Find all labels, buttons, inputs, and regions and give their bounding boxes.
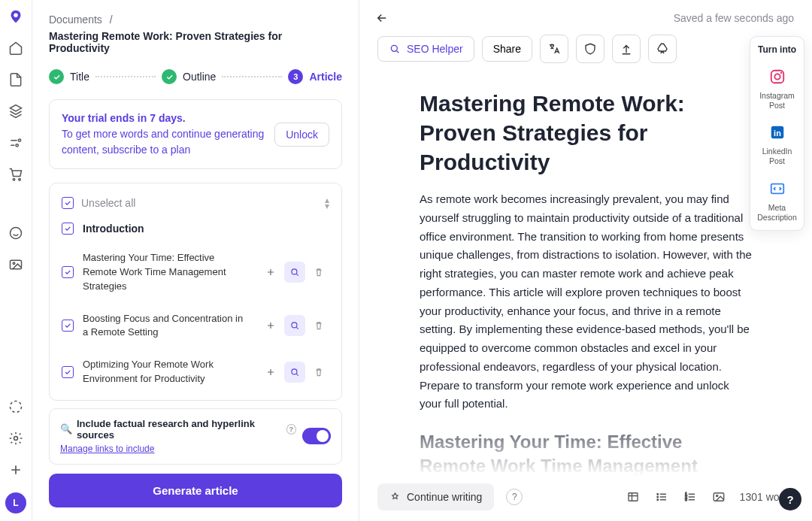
image-icon[interactable] — [7, 256, 25, 274]
unselect-all-row[interactable]: Unselect all ▴▾ — [50, 191, 341, 215]
image-insert-icon[interactable] — [711, 489, 726, 504]
turn-into-instagram[interactable]: Instagram Post — [753, 65, 801, 111]
breadcrumb-root[interactable]: Documents — [49, 14, 102, 26]
plus-icon[interactable] — [7, 461, 25, 479]
home-icon[interactable] — [7, 39, 25, 57]
svg-point-11 — [292, 323, 297, 328]
delete-icon[interactable] — [308, 362, 329, 383]
editor-toolbar: SEO Helper Share — [359, 35, 812, 74]
logo-icon[interactable] — [7, 8, 25, 26]
search-icon[interactable] — [284, 262, 305, 283]
shield-icon[interactable] — [576, 35, 604, 63]
generate-article-button[interactable]: Generate article — [49, 474, 342, 507]
add-icon[interactable] — [260, 315, 281, 336]
trial-subtext: To get more words and continue generatin… — [62, 126, 265, 158]
svg-point-10 — [292, 269, 297, 274]
gear-icon[interactable] — [7, 429, 25, 447]
avatar[interactable]: L — [5, 492, 26, 513]
cart-icon[interactable] — [7, 165, 25, 183]
step-outline[interactable]: Outline — [183, 71, 216, 83]
back-button[interactable] — [373, 9, 391, 27]
svg-point-15 — [774, 74, 780, 79]
settings-sliders-icon[interactable] — [7, 134, 25, 152]
add-icon[interactable] — [260, 362, 281, 383]
recycle-icon[interactable] — [648, 35, 677, 63]
code-icon — [766, 177, 789, 200]
numbered-list-icon[interactable]: 123 — [683, 489, 698, 504]
research-title: Include factual research and hyperlink s… — [77, 418, 282, 441]
step-title[interactable]: Title — [70, 71, 89, 83]
checkbox-icon[interactable] — [62, 320, 74, 332]
upload-icon[interactable] — [612, 35, 641, 63]
research-toggle[interactable] — [302, 428, 331, 444]
svg-rect-6 — [11, 260, 22, 269]
saved-indicator: Saved a few seconds ago — [674, 12, 794, 24]
article-intro-paragraph: As remote work becomes increasingly prev… — [420, 190, 752, 413]
turn-into-panel: Turn into Instagram Post in LinkedIn Pos… — [750, 36, 804, 231]
refresh-icon[interactable] — [7, 398, 25, 416]
outline-item-label: Boosting Focus and Concentration in a Re… — [83, 312, 251, 341]
svg-point-0 — [14, 13, 18, 17]
svg-rect-27 — [714, 493, 724, 501]
svg-point-22 — [657, 496, 659, 498]
svg-point-4 — [19, 178, 21, 180]
help-icon[interactable]: ? — [506, 489, 523, 505]
seo-helper-button[interactable]: SEO Helper — [377, 36, 474, 62]
share-button[interactable]: Share — [482, 36, 532, 62]
checkbox-icon[interactable] — [62, 266, 74, 278]
svg-point-1 — [18, 139, 20, 141]
bullet-list-icon[interactable] — [654, 489, 669, 504]
outline-list: Unselect all ▴▾ Introduction Mastering Y… — [49, 183, 342, 401]
svg-text:in: in — [774, 129, 781, 138]
info-icon[interactable]: ? — [286, 424, 296, 435]
trial-notice: Your trial ends in 7 days. To get more w… — [49, 99, 342, 169]
outline-intro-row[interactable]: Introduction — [50, 215, 341, 242]
instagram-icon — [766, 65, 789, 88]
outline-item[interactable]: Boosting Focus and Concentration in a Re… — [50, 303, 341, 350]
unselect-label: Unselect all — [81, 197, 317, 209]
svg-rect-20 — [629, 493, 638, 501]
checkbox-icon[interactable] — [62, 197, 74, 209]
svg-point-5 — [11, 228, 22, 239]
sort-icon[interactable]: ▴▾ — [325, 197, 329, 209]
delete-icon[interactable] — [308, 262, 329, 283]
continue-writing-button[interactable]: Continue writing — [377, 483, 494, 510]
table-icon[interactable] — [626, 489, 641, 504]
search-icon[interactable] — [284, 315, 305, 336]
delete-icon[interactable] — [308, 315, 329, 336]
turn-into-title: Turn into — [753, 44, 801, 55]
magnifier-icon: 🔍 — [60, 423, 72, 435]
chat-icon[interactable] — [7, 224, 25, 242]
document-body[interactable]: Mastering Remote Work: Proven Strategies… — [359, 74, 812, 476]
research-toggle-box: 🔍 Include factual research and hyperlink… — [49, 408, 342, 465]
checkbox-icon[interactable] — [62, 223, 74, 235]
manage-links-link[interactable]: Manage links to include — [60, 444, 154, 454]
intro-label: Introduction — [83, 223, 144, 235]
unlock-button[interactable]: Unlock — [274, 123, 329, 147]
outline-item[interactable]: Optimizing Your Remote Work Environment … — [50, 349, 341, 395]
breadcrumb[interactable]: Documents / — [49, 14, 342, 26]
layers-icon[interactable] — [7, 102, 25, 120]
checkbox-icon[interactable] — [62, 366, 74, 378]
breadcrumb-sep: / — [110, 14, 113, 26]
document-icon[interactable] — [7, 71, 25, 89]
outline-item-label: Optimizing Your Remote Work Environment … — [83, 358, 251, 386]
svg-point-3 — [13, 178, 15, 180]
check-icon — [162, 69, 177, 84]
translate-icon[interactable] — [540, 35, 568, 63]
add-icon[interactable] — [260, 262, 281, 283]
step-divider — [222, 76, 282, 77]
left-panel: Documents / Mastering Remote Work: Prove… — [32, 0, 359, 521]
turn-into-linkedin[interactable]: in LinkedIn Post — [753, 121, 801, 166]
svg-point-28 — [716, 495, 717, 496]
editor-bottom-bar: Continue writing ? 123 1301 words — [359, 476, 812, 521]
turn-into-meta[interactable]: Meta Description — [753, 177, 801, 223]
svg-point-23 — [657, 499, 659, 501]
outline-item[interactable]: Mastering Your Time: Effective Remote Wo… — [50, 242, 341, 303]
article-h2: Mastering Your Time: Effective Remote Wo… — [420, 430, 752, 476]
search-icon[interactable] — [284, 362, 305, 383]
step-article[interactable]: Article — [309, 71, 342, 83]
editor-panel: Saved a few seconds ago SEO Helper Share… — [359, 0, 812, 521]
doc-title: Mastering Remote Work: Proven Strategies… — [49, 30, 342, 54]
help-fab[interactable]: ? — [779, 488, 801, 510]
